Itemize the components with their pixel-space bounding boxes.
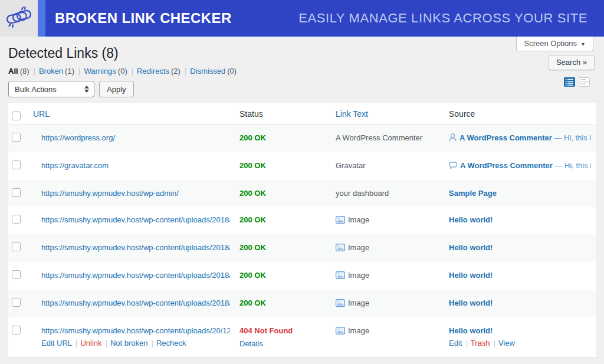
status-badge: 200 OK [239,243,266,252]
table-row: https://smushy.wpmudev.host/wp-content/u… [8,234,596,262]
image-icon [336,300,345,309]
link-text: A WordPress Commenter [336,133,439,143]
status-badge: 200 OK [239,189,266,198]
row-checkbox[interactable] [12,133,21,142]
person-icon [449,135,457,143]
link-url[interactable]: https://smushy.wpmudev.host/wp-content/u… [41,326,230,335]
broken-chain-icon [6,6,32,31]
status-badge: 200 OK [239,299,266,307]
page-title: Detected Links (8) [8,45,596,61]
link-text: Image [348,326,369,335]
filter-warnings[interactable]: Warnings(0) [84,67,137,76]
table-row-broken: !https://smushy.wpmudev.host/wp-content/… [8,317,596,358]
table-row: https://smushy.wpmudev.host/wp-content/u… [8,262,596,290]
link-url[interactable]: https://smushy.wpmudev.host/wp-admin/ [41,189,179,198]
select-arrows-icon [84,86,89,93]
image-icon [336,217,345,225]
banner-tagline: EASILY MANAGE LINKS ACROSS YOUR SITE [298,11,587,26]
source-link[interactable]: A WordPress Commenter [460,161,553,170]
link-url[interactable]: https://wordpress.org/ [41,133,115,142]
status-badge: 404 Not Found [239,326,293,335]
source-link[interactable]: Hello world! [449,215,493,224]
status-badge: 200 OK [239,161,266,170]
status-filters: All(8)Broken(1)Warnings(0)Redirects(2)Di… [8,67,596,76]
table-row: https://smushy.wpmudev.host/wp-content/u… [8,290,596,317]
status-badge: 200 OK [239,215,266,224]
status-badge: 200 OK [239,271,266,280]
apply-button[interactable]: Apply [99,81,134,97]
link-text: Image [348,243,369,252]
banner-accent-strip [38,0,45,37]
not-broken-link[interactable]: Not broken [110,339,148,347]
comment-icon [449,162,457,171]
view-link[interactable]: View [498,339,515,347]
filter-broken[interactable]: Broken(1) [39,67,84,76]
edit-url-link[interactable]: Edit URL [41,339,72,347]
banner-title: BROKEN LINK CHECKER [55,10,232,27]
plugin-banner: BROKEN LINK CHECKER EASILY MANAGE LINKS … [0,0,604,37]
link-text: your dashboard [336,189,439,198]
link-text: Image [348,299,369,307]
detected-links-table: URL Status Link Text Source https://word… [8,103,596,358]
column-header-link-text[interactable]: Link Text [331,103,444,124]
plugin-logo [0,0,38,37]
bulk-actions-selected: Bulk Actions [15,85,57,94]
image-icon [336,272,345,281]
link-url[interactable]: https://smushy.wpmudev.host/wp-content/u… [41,271,230,280]
link-text: Gravatar [336,161,439,170]
link-text: Image [348,215,369,224]
source-excerpt: — Hi, this is a co… [553,161,591,170]
link-url[interactable]: https://smushy.wpmudev.host/wp-content/u… [41,215,230,224]
table-row: https://gravatar.com 200 OK Gravatar A W… [8,152,596,180]
table-header-row: URL Status Link Text Source [8,103,596,124]
select-all-checkbox[interactable] [12,112,21,120]
link-url[interactable]: https://gravatar.com [41,161,109,170]
source-link[interactable]: Hello world! [449,299,493,307]
link-url[interactable]: https://smushy.wpmudev.host/wp-content/u… [41,299,230,307]
source-row-actions: EditTrashView [449,339,591,348]
row-checkbox[interactable] [12,270,21,279]
image-icon [336,244,345,253]
url-row-actions: Edit URLUnlinkNot brokenRecheck [41,339,230,348]
column-header-source: Source [444,103,596,124]
bulk-actions-toolbar: Bulk Actions Apply [8,81,596,97]
link-text: Image [348,271,369,280]
image-icon [336,327,345,336]
filter-all[interactable]: All(8) [8,67,39,76]
column-header-url[interactable]: URL [28,103,235,124]
source-link[interactable]: Hello world! [449,243,493,252]
source-link[interactable]: Sample Page [449,189,497,198]
source-link[interactable]: Hello world! [449,271,493,280]
link-url[interactable]: https://smushy.wpmudev.host/wp-content/u… [41,243,230,252]
bulk-actions-select[interactable]: Bulk Actions [8,81,94,97]
row-checkbox[interactable] [12,160,21,169]
details-link[interactable]: Details [239,339,263,349]
trash-link[interactable]: Trash [471,339,490,347]
row-checkbox[interactable] [12,188,21,197]
status-badge: 200 OK [239,133,266,142]
row-checkbox[interactable] [12,215,21,224]
filter-redirects[interactable]: Redirects(2) [137,67,190,76]
source-excerpt: — Hi, this is a co… [552,133,591,142]
source-link[interactable]: A WordPress Commenter [459,133,552,142]
row-checkbox[interactable] [12,242,21,251]
edit-link[interactable]: Edit [449,339,462,347]
source-link[interactable]: Hello world! [449,326,493,335]
unlink-link[interactable]: Unlink [80,339,101,347]
table-row: https://wordpress.org/ 200 OK A WordPres… [8,124,596,153]
row-checkbox[interactable] [12,298,21,307]
table-row: https://smushy.wpmudev.host/wp-admin/ 20… [8,180,596,206]
filter-dismissed[interactable]: Dismissed(0) [190,67,237,76]
recheck-link[interactable]: Recheck [156,339,186,347]
column-header-status: Status [235,103,331,124]
table-row: https://smushy.wpmudev.host/wp-content/u… [8,206,596,234]
row-checkbox[interactable] [12,326,21,335]
